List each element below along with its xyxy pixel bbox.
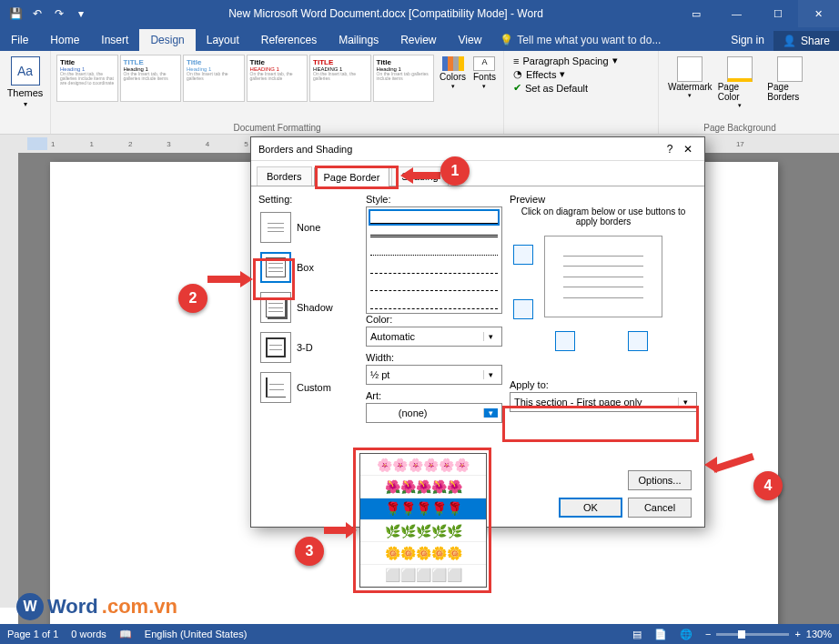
zoom-out-icon[interactable]: − [705,629,711,639]
tab-page-border[interactable]: Page Border [314,167,390,186]
page-color-icon [727,56,753,82]
art-option[interactable]: 🌼🌼🌼🌼🌼 [360,542,486,564]
site-watermark: W Word.com.vn [16,593,177,620]
color-combo[interactable]: Automatic▾ [366,327,502,347]
colors-icon [442,56,464,71]
tab-layout[interactable]: Layout [196,29,250,51]
chevron-down-icon: ▾ [483,370,498,379]
art-option[interactable]: 🌸🌸🌸🌸🌸🌸 [360,454,486,476]
callout-4: 4 [753,471,783,500]
tab-mailings[interactable]: Mailings [328,29,389,51]
word-logo-icon: W [16,593,44,620]
page-borders-button[interactable]: Page Borders [765,55,814,111]
sign-in-link[interactable]: Sign in [722,29,773,51]
tab-references[interactable]: References [250,29,328,51]
art-option[interactable]: 🌹🌹🌹🌹🌹 [360,498,486,520]
tab-view[interactable]: View [448,29,493,51]
qat-customize-icon[interactable]: ▾ [71,4,91,24]
preview-diagram[interactable] [544,236,662,317]
art-option[interactable]: 🌺🌺🌺🌺🌺 [360,476,486,498]
status-proofing-icon[interactable]: 📖 [119,629,132,640]
style-column: Style: Color: Automatic▾ Width: ½ pt▾ Ar… [366,194,502,488]
fonts-button[interactable]: A Fonts▾ [473,56,496,113]
share-button[interactable]: 👤Share [773,31,839,51]
tab-design[interactable]: Design [139,29,195,51]
lightbulb-icon: 💡 [500,34,513,46]
maximize-icon[interactable]: ☐ [757,0,798,27]
tab-insert[interactable]: Insert [90,29,139,51]
width-combo[interactable]: ½ pt▾ [366,365,502,385]
effects-icon: ◔ [513,68,522,80]
art-label: Art: [366,390,502,401]
tab-file[interactable]: File [0,29,39,51]
window-title: New Microsoft Word Document.docx [Compat… [96,7,675,20]
setting-box[interactable]: Box [258,250,359,285]
setting-3d[interactable]: 3-D [258,330,359,365]
callout-2: 2 [178,284,207,313]
group-document-formatting: TitleHeading 1On the Insert tab, the gal… [51,51,504,134]
group-themes: Aa Themes ▾ [0,51,51,134]
status-words[interactable]: 0 words [71,629,106,639]
border-bottom-toggle[interactable] [513,299,533,319]
ribbon-options-icon[interactable]: ▭ [675,0,716,27]
page-color-button[interactable]: Page Color▾ [716,55,764,111]
watermark-button[interactable]: Watermark▾ [666,55,714,111]
style-listbox[interactable] [366,206,502,314]
save-icon[interactable]: 💾 [5,4,25,24]
preview-hint: Click on diagram below or use buttons to… [510,206,697,226]
view-print-icon[interactable]: 📄 [654,629,667,640]
vertical-ruler[interactable] [0,153,18,608]
tab-borders[interactable]: Borders [257,166,312,186]
border-top-toggle[interactable] [513,245,533,265]
art-option[interactable]: 🌿🌿🌿🌿🌿 [360,520,486,542]
zoom-level[interactable]: 130% [806,629,832,639]
colors-button[interactable]: Colors▾ [440,56,466,113]
group-label: Page Background [659,123,821,133]
apply-to-label: Apply to: [510,379,697,390]
minimize-icon[interactable]: — [716,0,757,27]
group-page-background: Watermark▾ Page Color▾ Page Borders Page… [659,51,821,134]
paragraph-spacing-button[interactable]: ≡Paragraph Spacing ▾ [513,55,649,66]
options-button[interactable]: Options... [628,470,692,490]
width-label: Width: [366,352,502,363]
ok-button[interactable]: OK [559,498,622,518]
window-controls: ▭ — ☐ ✕ [675,0,839,27]
tab-home[interactable]: Home [39,29,90,51]
art-dropdown-list[interactable]: 🌸🌸🌸🌸🌸🌸 🌺🌺🌺🌺🌺 🌹🌹🌹🌹🌹 🌿🌿🌿🌿🌿 🌼🌼🌼🌼🌼 ⬜⬜⬜⬜⬜ [359,453,487,588]
zoom-in-icon[interactable]: + [794,629,800,639]
status-bar: Page 1 of 1 0 words 📖 English (United St… [0,624,839,644]
view-read-icon[interactable]: ▤ [632,629,642,640]
color-label: Color: [366,314,502,325]
setting-custom[interactable]: Custom [258,370,359,405]
cancel-button[interactable]: Cancel [628,498,692,518]
tell-me-search[interactable]: 💡Tell me what you want to do... [492,29,722,51]
preview-label: Preview [510,194,697,205]
zoom-slider[interactable] [716,633,789,636]
close-icon[interactable]: ✕ [798,0,839,27]
quick-access-toolbar: 💾 ↶ ↷ ▾ [0,4,96,24]
undo-icon[interactable]: ↶ [27,4,47,24]
dialog-close-icon[interactable]: ✕ [679,143,697,156]
status-language[interactable]: English (United States) [145,629,248,639]
effects-button[interactable]: ◔Effects ▾ [513,68,649,80]
set-as-default-button[interactable]: ✔Set as Default [513,82,649,94]
help-icon[interactable]: ? [661,143,679,156]
zoom-control[interactable]: − + 130% [705,629,832,639]
apply-to-combo[interactable]: This section - First page only▾ [510,392,697,412]
themes-button[interactable]: Aa Themes ▾ [4,53,46,112]
art-option[interactable]: ⬜⬜⬜⬜⬜ [360,565,486,587]
setting-none[interactable]: None [258,210,359,245]
setting-label: Setting: [258,194,359,205]
callout-1: 1 [440,156,470,186]
tab-review[interactable]: Review [389,29,447,51]
checkmark-icon: ✔ [513,82,521,94]
view-web-icon[interactable]: 🌐 [680,629,692,640]
status-page[interactable]: Page 1 of 1 [7,629,58,639]
setting-shadow[interactable]: Shadow [258,290,359,325]
border-right-toggle[interactable] [628,331,648,351]
art-combo[interactable]: (none)▾ [366,403,502,423]
style-gallery[interactable]: TitleHeading 1On the Insert tab, the gal… [55,53,436,116]
redo-icon[interactable]: ↷ [49,4,69,24]
border-left-toggle[interactable] [555,331,575,351]
setting-column: Setting: None Box Shadow 3-D Custom [258,194,359,488]
